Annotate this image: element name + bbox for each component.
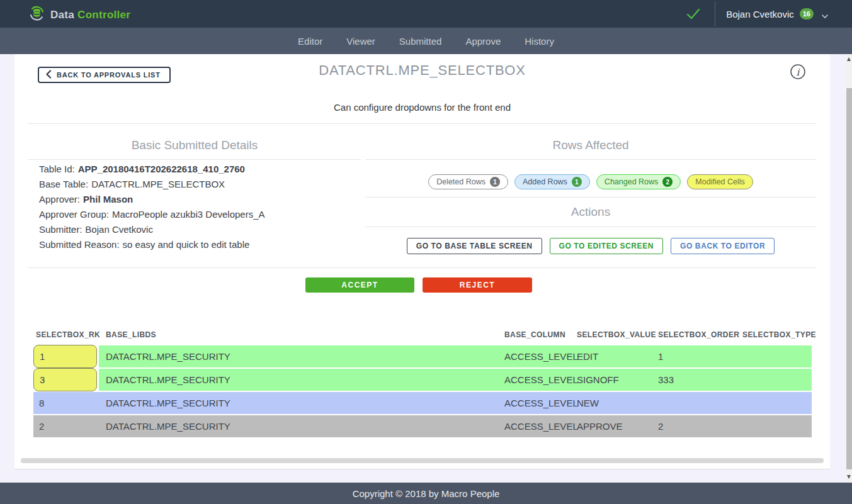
user-name: Bojan Cvetkovic: [726, 9, 794, 20]
accept-button[interactable]: ACCEPT: [305, 277, 414, 293]
detail-label: Approver Group:: [39, 209, 109, 220]
cell-base-column: ACCESS_LEVEL: [504, 392, 578, 414]
divider: [365, 197, 816, 198]
detail-label: Submitter:: [39, 224, 82, 235]
column-header-selectbox-order[interactable]: SELECTBOX_ORDER: [658, 330, 739, 339]
changed-rows-badge: Changed Rows 2: [596, 174, 681, 189]
logo-text-primary: Data: [50, 9, 74, 21]
status-check-icon: [685, 6, 701, 22]
user-badge-count: 16: [800, 8, 814, 20]
svg-text:i: i: [797, 67, 800, 78]
table-row[interactable]: 8 DATACTRL.MPE_SECURITY ACCESS_LEVEL NEW: [33, 392, 812, 414]
scroll-up-arrow-icon[interactable]: [847, 57, 851, 61]
cell-selectbox-order: 333: [658, 369, 674, 391]
badge-count: 2: [662, 177, 673, 187]
app-root: DataController Bojan Cvetkovic 16 Editor…: [0, 0, 852, 504]
user-menu[interactable]: Bojan Cvetkovic 16: [726, 0, 828, 28]
app-logo-text: DataController: [50, 9, 130, 21]
detail-table-id: Table Id:APP_20180416T202622618_410_2760: [39, 162, 354, 177]
cell-base-libds: DATACTRL.MPE_SECURITY: [106, 392, 230, 414]
cell-selectbox-rk: 8: [39, 392, 44, 414]
horizontal-scrollbar[interactable]: [21, 458, 824, 463]
badge-count: 1: [490, 177, 500, 187]
cell-base-libds: DATACTRL.MPE_SECURITY: [106, 369, 230, 391]
divider: [28, 267, 816, 268]
vertical-scrollbar-thumb[interactable]: [846, 88, 852, 469]
header-divider: [715, 1, 715, 26]
column-header-selectbox-type[interactable]: SELECTBOX_TYPE: [742, 330, 816, 339]
go-to-base-table-button[interactable]: GO TO BASE TABLE SCREEN: [407, 238, 542, 254]
cell-base-column: ACCESS_LEVEL: [504, 415, 578, 437]
rows-affected-heading: Rows Affected: [365, 138, 816, 152]
reject-button[interactable]: REJECT: [423, 277, 532, 293]
detail-submitter: Submitter:Bojan Cvetkovic: [39, 222, 354, 237]
column-header-selectbox-value[interactable]: SELECTBOX_VALUE: [577, 330, 656, 339]
detail-label: Submitted Reason:: [39, 239, 120, 250]
divider: [365, 227, 816, 227]
app-logo[interactable]: DataController: [28, 5, 130, 25]
detail-value: Phil Mason: [83, 194, 133, 204]
modified-cell: 1: [33, 345, 97, 368]
submitted-details-list: Table Id:APP_20180416T202622618_410_2760…: [39, 162, 354, 252]
actions-heading: Actions: [365, 205, 816, 219]
tab-submitted[interactable]: Submitted: [399, 36, 442, 47]
go-to-edited-screen-button[interactable]: GO TO EDITED SCREEN: [550, 238, 664, 254]
badge-label: Deleted Rows: [436, 177, 486, 186]
divider: [28, 159, 361, 160]
detail-value: so easy and quick to edit table: [123, 239, 250, 250]
cell-base-libds: DATACTRL.MPE_SECURITY: [106, 415, 230, 437]
copyright-text: Copyright © 2018 by Macro People: [353, 488, 500, 499]
column-header-selectbox-rk[interactable]: SELECTBOX_RK: [36, 330, 100, 339]
cell-selectbox-value: EDIT: [577, 345, 598, 367]
cell-selectbox-value: NEW: [577, 392, 599, 414]
cell-selectbox-value: APPROVE: [577, 415, 623, 437]
cell-selectbox-rk: 2: [39, 415, 44, 437]
table-row[interactable]: 3 DATACTRL.MPE_SECURITY ACCESS_LEVEL SIG…: [33, 369, 812, 391]
cell-selectbox-value: SIGNOFF: [577, 369, 619, 391]
modified-cell: 3: [33, 368, 97, 391]
badge-label: Modified Cells: [695, 177, 745, 186]
divider: [365, 159, 816, 160]
table-row[interactable]: 1 DATACTRL.MPE_SECURITY ACCESS_LEVEL EDI…: [33, 345, 812, 367]
detail-approver-group: Approver Group:MacroPeople azukbi3 Devel…: [39, 207, 354, 222]
cell-selectbox-order: 1: [658, 345, 663, 367]
column-header-base-libds[interactable]: BASE_LIBDS: [106, 330, 156, 339]
table-row[interactable]: 2 DATACTRL.MPE_SECURITY ACCESS_LEVEL APP…: [33, 415, 812, 437]
database-logo-icon: [28, 5, 45, 25]
badge-label: Changed Rows: [605, 177, 658, 186]
go-back-to-editor-button[interactable]: GO BACK TO EDITOR: [671, 238, 775, 254]
detail-value: DATACTRL.MPE_SELECTBOX: [91, 179, 225, 189]
added-rows-badge: Added Rows 1: [514, 174, 590, 189]
rows-affected-badges: Deleted Rows 1 Added Rows 1 Changed Rows…: [365, 174, 816, 189]
cell-selectbox-order: 2: [658, 415, 663, 437]
detail-value: MacroPeople azukbi3 Developers_A: [112, 209, 265, 220]
tab-history[interactable]: History: [525, 36, 554, 47]
tab-viewer[interactable]: Viewer: [346, 36, 375, 47]
detail-value: Bojan Cvetkovic: [85, 224, 153, 235]
detail-label: Table Id:: [39, 164, 75, 174]
chevron-down-icon: [822, 11, 828, 17]
tab-approve[interactable]: Approve: [465, 36, 501, 47]
page-title: DATACTRL.MPE_SELECTBOX: [14, 62, 830, 79]
detail-label: Approver:: [39, 194, 80, 204]
detail-value: APP_20180416T202622618_410_2760: [78, 164, 245, 174]
tab-editor[interactable]: Editor: [298, 36, 322, 47]
modified-cells-badge: Modified Cells: [687, 174, 753, 189]
table-header-row: SELECTBOX_RK BASE_LIBDS BASE_COLUMN SELE…: [14, 330, 830, 340]
cell-base-column: ACCESS_LEVEL: [504, 369, 578, 391]
cell-base-column: ACCESS_LEVEL: [504, 345, 578, 367]
deleted-rows-badge: Deleted Rows 1: [428, 174, 508, 189]
badge-label: Added Rows: [523, 177, 567, 186]
logo-text-secondary: Controller: [77, 9, 130, 21]
details-panel-heading: Basic Submitted Details: [28, 138, 361, 152]
vertical-scrollbar[interactable]: [846, 54, 852, 482]
actions-buttons: GO TO BASE TABLE SCREEN GO TO EDITED SCR…: [365, 238, 816, 254]
column-header-base-column[interactable]: BASE_COLUMN: [504, 330, 565, 339]
content-card: BACK TO APPROVALS LIST DATACTRL.MPE_SELE…: [14, 54, 830, 469]
main-nav: Editor Viewer Submitted Approve History: [0, 28, 852, 54]
detail-base-table: Base Table:DATACTRL.MPE_SELECTBOX: [39, 177, 354, 192]
detail-submitted-reason: Submitted Reason:so easy and quick to ed…: [39, 237, 354, 252]
badge-count: 1: [572, 177, 582, 187]
info-icon[interactable]: i: [790, 64, 806, 80]
scroll-down-arrow-icon[interactable]: [847, 475, 851, 479]
